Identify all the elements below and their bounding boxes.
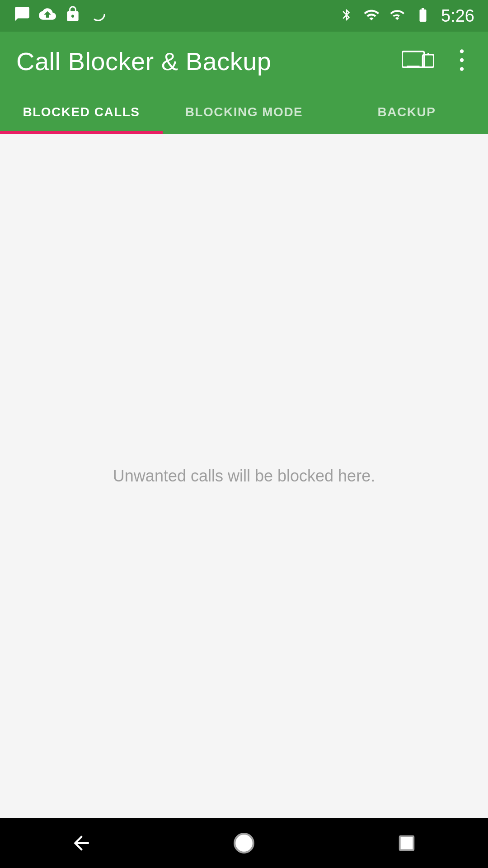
app-title: Call Blocker & Backup (16, 47, 272, 76)
home-button[interactable] (217, 825, 271, 861)
call-log-icon (14, 5, 31, 26)
nav-bar (0, 818, 488, 868)
svg-point-5 (460, 49, 464, 53)
more-options-icon[interactable] (452, 47, 472, 75)
svg-point-0 (92, 8, 105, 21)
tab-blocking-mode-label: BLOCKING MODE (185, 105, 303, 119)
tab-blocked-calls-label: BLOCKED CALLS (23, 105, 140, 119)
multidevice-icon[interactable] (402, 47, 434, 75)
status-bar-left (14, 5, 107, 26)
status-time: 5:26 (441, 6, 474, 26)
tab-blocked-calls[interactable]: BLOCKED CALLS (0, 90, 163, 134)
svg-rect-9 (400, 836, 414, 850)
wifi-icon (362, 7, 380, 25)
empty-message: Unwanted calls will be blocked here. (113, 467, 375, 486)
content-area: Unwanted calls will be blocked here. (0, 134, 488, 818)
back-button[interactable] (54, 825, 108, 861)
backup-icon (39, 5, 56, 26)
app-bar-actions (402, 47, 472, 75)
svg-point-6 (460, 58, 464, 62)
svg-point-7 (460, 67, 464, 71)
svg-point-8 (235, 834, 253, 853)
loading-icon (89, 5, 107, 26)
tab-blocking-mode[interactable]: BLOCKING MODE (163, 90, 325, 134)
app-bar: Call Blocker & Backup (0, 32, 488, 90)
svg-rect-2 (407, 66, 420, 68)
svg-rect-1 (402, 52, 424, 67)
tab-backup-label: BACKUP (378, 105, 436, 119)
battery-icon (414, 7, 432, 25)
recents-button[interactable] (380, 825, 434, 861)
lock-icon (64, 5, 81, 26)
svg-rect-4 (427, 53, 429, 55)
bluetooth-icon (340, 7, 353, 25)
signal-icon (389, 7, 405, 25)
tab-backup[interactable]: BACKUP (325, 90, 488, 134)
tabs-bar: BLOCKED CALLS BLOCKING MODE BACKUP (0, 90, 488, 134)
status-bar-right: 5:26 (340, 6, 474, 26)
status-bar: 5:26 (0, 0, 488, 32)
